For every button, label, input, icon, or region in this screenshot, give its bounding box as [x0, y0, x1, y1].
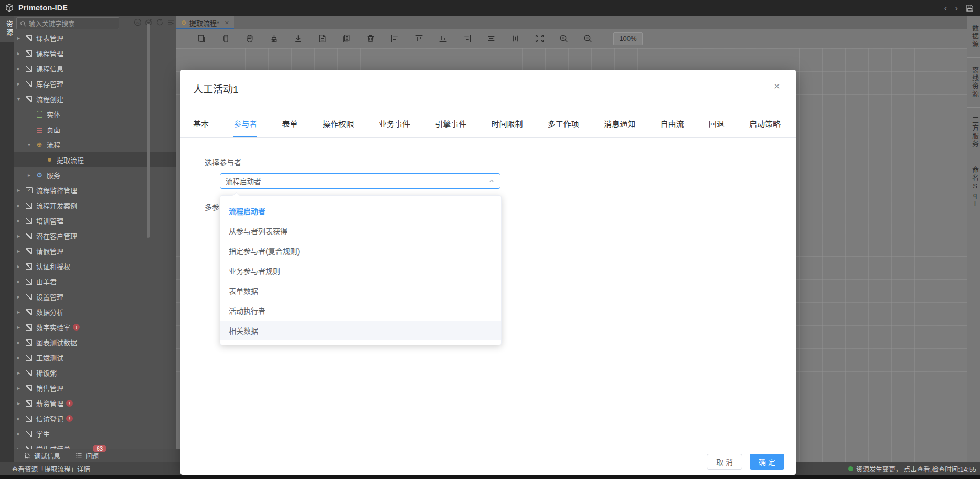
tree-item[interactable]: 请假管理 [14, 243, 176, 259]
tree-item[interactable]: 库存管理 [14, 76, 176, 91]
dialog-tab[interactable]: 启动策略 [749, 118, 781, 137]
expand-arrow-icon[interactable] [17, 233, 25, 239]
expand-arrow-icon[interactable] [17, 248, 25, 254]
mouse-icon[interactable] [221, 34, 231, 44]
dropdown-option[interactable]: 相关数据 [220, 321, 501, 340]
dropdown-option[interactable]: 业务参与者规则 [220, 261, 501, 281]
tree-item[interactable]: 图表测试数据 [14, 335, 176, 350]
dropdown-option[interactable]: 活动执行者 [220, 301, 501, 321]
tree-item[interactable]: 培训管理 [14, 213, 176, 228]
expand-arrow-icon[interactable] [17, 203, 25, 208]
expand-arrow-icon[interactable] [28, 172, 35, 178]
sort-icon[interactable] [167, 18, 175, 26]
ai-icon[interactable]: AI [134, 18, 142, 26]
expand-arrow-icon[interactable] [17, 96, 25, 102]
dropdown-option[interactable]: 从参与者列表获得 [220, 221, 501, 241]
dialog-tab[interactable]: 操作权限 [323, 118, 354, 137]
expand-arrow-icon[interactable] [17, 187, 25, 193]
tree-item[interactable]: 流程 [14, 137, 176, 152]
clone-icon[interactable] [197, 34, 207, 44]
fit-view-icon[interactable] [535, 34, 545, 44]
expand-arrow-icon[interactable] [28, 142, 35, 147]
align-center-vertical-icon[interactable] [510, 34, 520, 44]
zoom-level[interactable]: 100% [613, 32, 643, 45]
dropdown-option[interactable]: 指定参与者(复合规则) [220, 241, 501, 261]
expand-arrow-icon[interactable] [17, 50, 25, 56]
tree-item[interactable]: 薪资管理 ! [14, 396, 176, 411]
expand-arrow-icon[interactable] [17, 294, 25, 300]
align-left-icon[interactable] [390, 34, 400, 44]
cancel-button[interactable]: 取 消 [707, 454, 742, 470]
tree-item[interactable]: 山羊君 [14, 274, 176, 289]
nav-back-icon[interactable]: ‹ [944, 4, 947, 13]
tree-item[interactable]: 学生 [14, 426, 176, 441]
expand-arrow-icon[interactable] [17, 263, 25, 269]
expand-arrow-icon[interactable] [17, 35, 25, 41]
refresh-icon[interactable] [156, 18, 164, 26]
tree-item[interactable]: 流程开发案例 [14, 198, 176, 213]
tree-item[interactable]: 潜在客户管理 [14, 228, 176, 243]
rail-tab-resources[interactable]: 资源 [0, 16, 14, 42]
expand-arrow-icon[interactable] [17, 279, 25, 284]
right-rail-tab[interactable]: 三方服务 [967, 108, 980, 157]
expand-arrow-icon[interactable] [17, 400, 25, 406]
align-right-icon[interactable] [462, 34, 472, 44]
tree-item[interactable]: 销售管理 [14, 380, 176, 396]
zoom-out-icon[interactable] [583, 34, 593, 44]
document-icon[interactable] [317, 34, 327, 44]
nav-forward-icon[interactable]: › [955, 4, 958, 13]
tree-item[interactable]: 流程监控管理 [14, 183, 176, 198]
hand-icon[interactable] [245, 34, 255, 44]
dialog-tab[interactable]: 消息通知 [604, 118, 635, 137]
dropdown-option[interactable]: 表单数据 [220, 281, 501, 301]
tree-item[interactable]: 课表管理 [14, 30, 176, 46]
dialog-tab[interactable]: 回退 [709, 118, 725, 137]
dialog-tab[interactable]: 自由流 [660, 118, 684, 137]
align-center-horizontal-icon[interactable] [486, 34, 496, 44]
tree-item[interactable]: 课程信息 [14, 61, 176, 76]
dialog-tab[interactable]: 时间限制 [492, 118, 523, 137]
save-icon[interactable] [966, 4, 974, 12]
tree-item[interactable]: 数据分析 [14, 304, 176, 320]
dialog-tab[interactable]: 基本 [193, 118, 209, 137]
tree-item[interactable]: 课程管理 [14, 46, 176, 61]
tree-item[interactable]: 王斌测试 [14, 350, 176, 365]
expand-arrow-icon[interactable] [17, 370, 25, 376]
expand-arrow-icon[interactable] [17, 416, 25, 421]
dropdown-option[interactable]: 流程启动者 [220, 201, 501, 221]
expand-arrow-icon[interactable] [17, 218, 25, 223]
align-bottom-icon[interactable] [438, 34, 448, 44]
expand-arrow-icon[interactable] [17, 339, 25, 345]
participant-select[interactable]: 流程启动者 [220, 173, 500, 189]
expand-arrow-icon[interactable] [17, 324, 25, 330]
right-rail-tab[interactable]: 命名Sql [967, 157, 980, 218]
expand-arrow-icon[interactable] [17, 309, 25, 315]
zoom-in-icon[interactable] [559, 34, 569, 44]
delete-icon[interactable] [366, 34, 376, 44]
editor-tab-active[interactable]: 提取流程* [176, 16, 234, 29]
tree-item[interactable]: 提取流程 [14, 152, 176, 167]
tree-item[interactable]: 数字实验室 ! [14, 320, 176, 335]
dialog-tab[interactable]: 多工作项 [548, 118, 579, 137]
clean-icon[interactable] [269, 34, 279, 44]
dialog-tab[interactable]: 参与者 [233, 118, 257, 137]
dialog-tab[interactable]: 业务事件 [379, 118, 410, 137]
dialog-tab[interactable]: 引擎事件 [435, 118, 466, 137]
debug-info-button[interactable]: 调试信息 [24, 451, 60, 461]
expand-arrow-icon[interactable] [17, 355, 25, 360]
tree-item[interactable]: 页面 [14, 122, 176, 137]
expand-arrow-icon[interactable] [17, 81, 25, 87]
expand-arrow-icon[interactable] [17, 431, 25, 437]
tree-item[interactable]: 稀饭粥 [14, 365, 176, 380]
tree-item[interactable]: 认证和授权 [14, 259, 176, 274]
tree-item[interactable]: 服务 [14, 167, 176, 183]
search-input[interactable]: 输入关键字搜索 [16, 17, 119, 29]
dialog-tab[interactable]: 表单 [282, 118, 298, 137]
copy-document-icon[interactable] [342, 34, 351, 44]
tree-item[interactable]: 实体 [14, 107, 176, 122]
expand-arrow-icon[interactable] [17, 66, 25, 71]
tab-close-icon[interactable] [225, 18, 229, 27]
tree-item[interactable]: 设置管理 [14, 289, 176, 304]
resource-change-notice[interactable]: 资源发生变更， 点击查看,检查时间:14:55 [848, 464, 976, 474]
right-rail-tab[interactable]: 数据源 [967, 16, 980, 58]
